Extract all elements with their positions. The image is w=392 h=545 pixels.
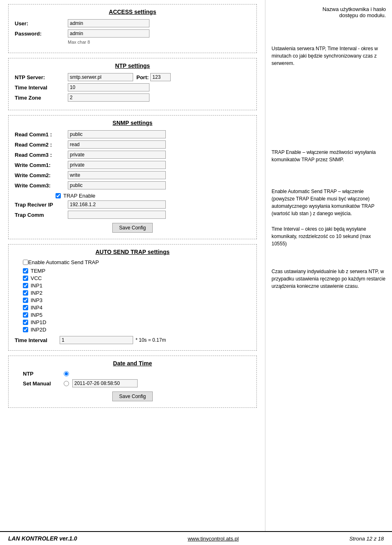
multiply-text: * 10s = 0.17m (136, 337, 166, 343)
trap-checkbox-inp4[interactable] (23, 305, 28, 310)
read-comm3-label: Read Comm3 : (15, 152, 68, 158)
trap-checkbox-inp1d[interactable] (23, 320, 28, 325)
trap-receiver-label: Trap Reciver IP (15, 202, 68, 208)
trap-comm-label: Trap Comm (15, 212, 68, 218)
trap-checkbox-vcc[interactable] (23, 276, 28, 281)
password-input[interactable] (68, 29, 149, 38)
enable-auto-trap-label: Enable Automatic Send TRAP (28, 259, 99, 265)
ntp-server-label: NTP Server: (15, 74, 68, 80)
footer-left: LAN KONTROLER ver.1.0 (8, 535, 77, 542)
trap-item-inp4: INP4 (23, 305, 250, 311)
trap-item-inp2: INP2 (23, 290, 250, 296)
read-comm2-label: Read Comm2 : (15, 142, 68, 148)
write-comm3-label: Write Comm3: (15, 182, 68, 189)
set-manual-radio[interactable] (64, 381, 69, 386)
read-comm2-input[interactable] (68, 140, 166, 149)
password-label: Password: (15, 31, 68, 37)
trap-item-inp5: INP5 (23, 312, 250, 318)
auto-time-interval-input[interactable] (60, 336, 133, 344)
trap-enable-label: TRAP Enable (63, 193, 96, 199)
ntp-time-interval-input[interactable] (68, 83, 149, 91)
trap-item-vcc: VCC (23, 275, 250, 281)
ntp-option-label: NTP (23, 371, 64, 377)
read-comm1-input[interactable] (68, 130, 166, 138)
trap-item-label-inp4: INP4 (31, 305, 42, 311)
write-comm1-input[interactable] (68, 161, 166, 169)
ntp-note: Ustawienia serwera NTP, Time Interwal - … (272, 45, 386, 67)
auto-trap-note: Enable Automatic Send TRAP – włączenie (… (272, 188, 386, 217)
trap-enable-note: TRAP Enable – włączenie możliwości wysył… (272, 149, 386, 163)
trap-item-label-inp2d: INP2D (31, 327, 46, 333)
time-zone-label: Time Zone (15, 95, 68, 101)
set-manual-label: Set Manual (23, 380, 64, 387)
trap-item-label-inp2: INP2 (31, 290, 42, 296)
write-comm2-label: Write Comm2: (15, 172, 68, 178)
header-note-line2: dostępu do modułu. (339, 12, 386, 18)
time-interval-label: Time Interval (15, 85, 68, 91)
snmp-settings-title: SNMP settings (15, 120, 250, 126)
ntp-server-input[interactable] (68, 73, 133, 81)
trap-item-inp1d: INP1D (23, 319, 250, 325)
time-zone-input[interactable] (68, 93, 149, 102)
trap-item-label-inp3: INP3 (31, 297, 42, 303)
trap-item-inp3: INP3 (23, 297, 250, 303)
write-comm3-input[interactable] (68, 181, 166, 189)
auto-time-interval-label: Time Interval (15, 337, 60, 343)
trap-checkbox-inp2[interactable] (23, 290, 28, 296)
trap-checkbox-temp[interactable] (23, 268, 28, 274)
trap-comm-input[interactable] (68, 211, 166, 219)
trap-checkbox-inp3[interactable] (23, 298, 28, 303)
port-label: Port: (136, 74, 149, 80)
footer-center[interactable]: www.tinycontrol.ats.pl (188, 536, 239, 542)
write-comm1-label: Write Comm1: (15, 162, 68, 168)
trap-item-label-inp1d: INP1D (31, 319, 46, 325)
trap-item-inp1: INP1 (23, 283, 250, 289)
maxchar-note: Max char 8 (68, 40, 250, 44)
user-input[interactable] (68, 19, 149, 27)
write-comm2-input[interactable] (68, 171, 166, 179)
trap-receiver-input[interactable] (68, 200, 166, 209)
port-input[interactable] (150, 73, 171, 81)
trap-item-label-inp5: INP5 (31, 312, 42, 318)
date-and-time-title: Date and Time (15, 360, 250, 367)
trap-enable-checkbox[interactable] (56, 193, 61, 198)
trap-item-label-temp: TEMP (31, 268, 45, 274)
snmp-save-button[interactable]: Save Config (112, 223, 153, 233)
trap-item-inp2d: INP2D (23, 327, 250, 333)
enable-auto-trap-checkbox[interactable] (23, 260, 28, 265)
read-comm1-label: Read Comm1 : (15, 131, 68, 138)
trap-checkbox-inp5[interactable] (23, 312, 28, 318)
footer-right: Strona 12 z 18 (349, 536, 384, 542)
access-settings-title: ACCESS settings (15, 9, 250, 15)
time-interval-note: Time Interval – okres co jaki będą wysył… (272, 225, 386, 247)
trap-checkbox-inp2d[interactable] (23, 327, 28, 332)
ntp-settings-title: NTP settings (15, 62, 250, 69)
auto-send-trap-title: AUTO SEND TRAP settings (15, 249, 250, 255)
ntp-radio[interactable] (64, 371, 69, 376)
trap-checkbox-inp1[interactable] (23, 283, 28, 288)
date-time-note: Czas ustawiany indywidualnie lub z serwe… (272, 268, 386, 290)
trap-item-temp: TEMP (23, 268, 250, 274)
read-comm3-input[interactable] (68, 151, 166, 159)
datetime-input[interactable] (72, 379, 138, 387)
trap-item-label-vcc: VCC (31, 275, 42, 281)
trap-item-label-inp1: INP1 (31, 283, 42, 289)
header-note-line1: Nazwa użytkownika i hasło (323, 6, 386, 12)
user-label: User: (15, 20, 68, 27)
datetime-save-button[interactable]: Save Config (112, 392, 153, 401)
